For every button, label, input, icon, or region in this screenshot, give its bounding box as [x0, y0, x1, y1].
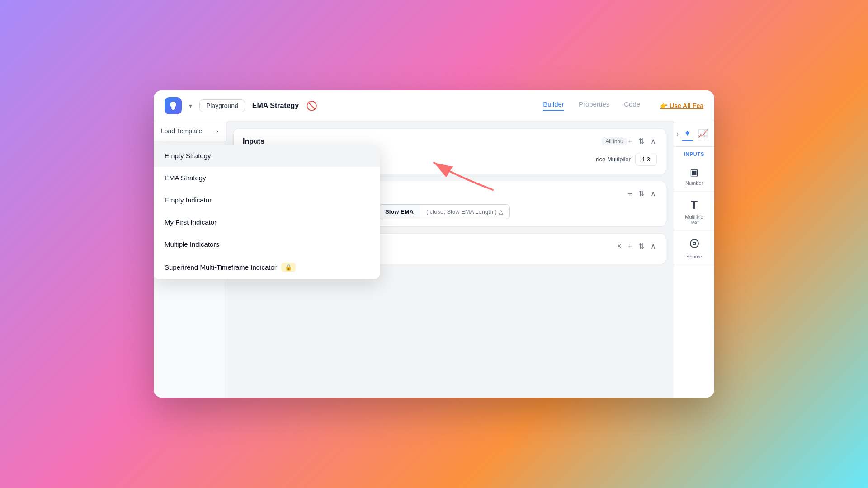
inputs-add-button[interactable]: + [627, 136, 633, 146]
inputs-panel-label: INPUTS [674, 147, 714, 160]
source-label: Source [686, 254, 702, 259]
indicators-add-button[interactable]: + [627, 189, 633, 199]
dropdown-item-empty-strategy[interactable]: Empty Strategy [154, 145, 380, 167]
dropdown-item-multiple-indicators[interactable]: Multiple Indicators [154, 233, 380, 255]
header: ▾ Playground EMA Strategy 🚫 Builder Prop… [154, 90, 714, 121]
sidebar-right: › ✦ 📈 INPUTS ▣ Number T MultilineText [674, 121, 714, 398]
inputs-actions: + ⇅ ∧ [627, 136, 657, 146]
svg-point-2 [693, 242, 696, 245]
app-window: ▾ Playground EMA Strategy 🚫 Builder Prop… [154, 90, 714, 398]
inputs-title: Inputs [243, 137, 597, 145]
strategy-name: EMA Strategy [252, 102, 299, 110]
sidebar-left: Load Template › Empty Strategy EMA Strat… [154, 121, 226, 398]
grid-icon[interactable]: ✦ [682, 127, 693, 141]
tab-properties[interactable]: Properties [579, 100, 609, 111]
dropdown-item-empty-indicator[interactable]: Empty Indicator [154, 189, 380, 211]
logo-button[interactable] [165, 97, 182, 114]
conditions-sort-button[interactable]: ⇅ [637, 241, 645, 251]
dropdown-item-supertrend[interactable]: Supertrend Multi-Timeframe Indicator 🔒 [154, 255, 380, 279]
multiline-text-panel-item[interactable]: T MultilineText [674, 192, 714, 231]
load-template-label: Load Template [161, 127, 203, 135]
chevron-icon: ▾ [189, 102, 192, 109]
indicators-actions: + ⇅ ∧ [627, 188, 657, 199]
load-template-chevron: › [216, 127, 218, 135]
price-multiplier-value: 1.3 [635, 153, 657, 166]
sidebar-right-chevron[interactable]: › [676, 130, 679, 137]
source-icon [689, 238, 700, 251]
lock-badge: 🔒 [281, 263, 296, 272]
multiline-text-label: MultilineText [685, 214, 703, 225]
dropdown-item-label: Multiple Indicators [165, 240, 219, 248]
inputs-collapse-button[interactable]: ∧ [650, 136, 657, 146]
multiline-text-icon: T [691, 199, 698, 211]
conditions-expand-button[interactable]: × [616, 241, 622, 251]
inputs-sort-button[interactable]: ⇅ [637, 136, 645, 146]
slow-ema-name: Slow EMA [379, 205, 420, 219]
price-multiplier-row: rice Multiplier 1.3 [596, 153, 657, 166]
sidebar-right-header: › ✦ 📈 [674, 121, 714, 147]
eye-off-icon: 🚫 [306, 100, 317, 111]
dropdown-item-label: EMA Strategy [165, 174, 206, 182]
chevron-button[interactable]: ▾ [187, 100, 194, 111]
slow-ema-indicator[interactable]: Slow EMA ( close, Slow EMA Length ) △ [378, 204, 510, 219]
source-panel-item[interactable]: Source [674, 231, 714, 265]
dropdown-item-label: Supertrend Multi-Timeframe Indicator [165, 263, 277, 271]
playground-button[interactable]: Playground [199, 99, 245, 112]
use-all-features-button[interactable]: 👉 Use All Fea [660, 102, 703, 109]
slow-ema-formula: ( close, Slow EMA Length ) △ [420, 205, 509, 219]
conditions-add-button[interactable]: + [627, 241, 633, 251]
template-dropdown: Empty Strategy EMA Strategy Empty Indica… [154, 145, 380, 279]
chart-icon[interactable]: 📈 [696, 127, 710, 141]
conditions-collapse-button[interactable]: ∧ [650, 241, 657, 251]
tab-builder[interactable]: Builder [543, 100, 564, 111]
body: Load Template › Empty Strategy EMA Strat… [154, 121, 714, 398]
dropdown-item-label: Empty Strategy [165, 152, 211, 160]
dropdown-item-ema-strategy[interactable]: EMA Strategy [154, 167, 380, 189]
load-template-button[interactable]: Load Template › [154, 121, 226, 141]
indicators-sort-button[interactable]: ⇅ [637, 188, 645, 199]
dropdown-item-label: My First Indicator [165, 218, 217, 226]
price-multiplier-label: rice Multiplier [596, 156, 631, 163]
number-icon: ▣ [690, 167, 698, 178]
dropdown-item-label: Empty Indicator [165, 196, 212, 204]
nav-tabs: Builder Properties Code [543, 100, 640, 111]
conditions-actions: × + ⇅ ∧ [616, 241, 657, 251]
svg-point-1 [690, 239, 698, 248]
indicators-collapse-button[interactable]: ∧ [650, 188, 657, 199]
tab-code[interactable]: Code [624, 100, 640, 111]
number-panel-item[interactable]: ▣ Number [674, 160, 714, 192]
number-label: Number [685, 180, 703, 186]
dropdown-item-my-first-indicator[interactable]: My First Indicator [154, 211, 380, 233]
inputs-badge: All inpu [602, 137, 627, 145]
